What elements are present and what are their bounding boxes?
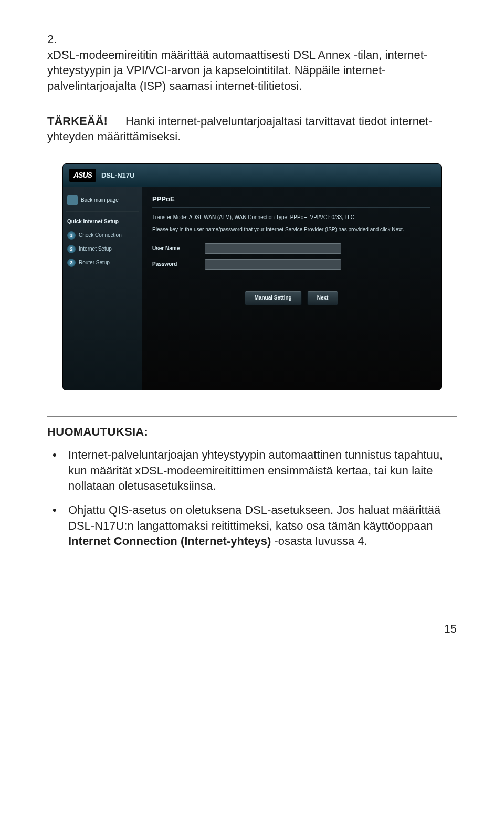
password-input[interactable]	[205, 259, 341, 270]
important-row: TÄRKEÄÄ! Hanki internet-palveluntarjoaja…	[47, 106, 457, 152]
home-icon	[67, 195, 78, 205]
step-text: xDSL-modeemireititin määrittää automaatt…	[47, 47, 439, 94]
notes-block: HUOMAUTUKSIA: Internet-palveluntarjoajan…	[47, 416, 457, 558]
notes-item-2: Ohjattu QIS-asetus on oletuksena DSL-ase…	[47, 502, 457, 549]
step-badge-2: 2	[67, 245, 76, 253]
instruction-text: Please key in the user name/password tha…	[152, 226, 430, 233]
notes-item-1: Internet-palveluntarjoajan yhteystyypin …	[47, 447, 457, 494]
page-number: 15	[47, 621, 457, 637]
sidebar-step-label: Router Setup	[79, 259, 110, 266]
sidebar-step-label: Check Connection	[79, 232, 122, 239]
field-row-password: Password	[152, 259, 430, 270]
model-label: DSL-N17U	[101, 171, 135, 180]
transfer-info: Transfer Mode: ADSL WAN (ATM), WAN Conne…	[152, 214, 430, 221]
next-button[interactable]: Next	[307, 291, 339, 305]
notes-item-2-post: -osasta luvussa 4.	[271, 534, 367, 548]
step-badge-3: 3	[67, 259, 76, 267]
field-row-username: User Name	[152, 243, 430, 254]
notes-divider-bottom	[47, 558, 457, 558]
screenshot-topbar: ASUS DSL-N17U	[63, 164, 441, 187]
brand-logo: ASUS	[69, 169, 96, 182]
password-label: Password	[152, 261, 205, 268]
screenshot-body: Back main page Quick Internet Setup 1 Ch…	[63, 187, 441, 390]
username-input[interactable]	[205, 243, 341, 254]
back-main-page[interactable]: Back main page	[66, 192, 139, 212]
username-label: User Name	[152, 245, 205, 252]
notes-item-2-pre: Ohjattu QIS-asetus on oletuksena DSL-ase…	[68, 503, 440, 532]
important-label: TÄRKEÄÄ!	[47, 115, 108, 128]
notes-title: HUOMAUTUKSIA:	[47, 424, 457, 440]
screenshot-main: PPPoE Transfer Mode: ADSL WAN (ATM), WAN…	[142, 187, 441, 390]
sidebar-section-title: Quick Internet Setup	[66, 216, 139, 229]
step-badge-1: 1	[67, 231, 76, 240]
router-screenshot: ASUS DSL-N17U Back main page Quick Inter…	[63, 164, 441, 390]
sidebar-step-internet-setup[interactable]: 2 Internet Setup	[66, 242, 139, 256]
screenshot-sidebar: Back main page Quick Internet Setup 1 Ch…	[63, 187, 142, 390]
sidebar-step-label: Internet Setup	[79, 245, 112, 253]
sidebar-step-check-connection[interactable]: 1 Check Connection	[66, 229, 139, 242]
manual-setting-button[interactable]: Manual Setting	[245, 291, 302, 305]
divider-bottom	[47, 152, 457, 152]
notes-list: Internet-palveluntarjoajan yhteystyypin …	[47, 447, 457, 549]
step-number: 2.	[47, 32, 63, 47]
button-row: Manual Setting Next	[152, 291, 430, 305]
notes-divider-top	[47, 416, 457, 417]
notes-item-2-bold: Internet Connection (Internet-yhteys)	[68, 534, 271, 548]
step-block: 2. xDSL-modeemireititin määrittää automa…	[47, 32, 457, 94]
panel-title: PPPoE	[152, 194, 430, 208]
sidebar-step-router-setup[interactable]: 3 Router Setup	[66, 256, 139, 270]
back-label: Back main page	[81, 197, 119, 204]
